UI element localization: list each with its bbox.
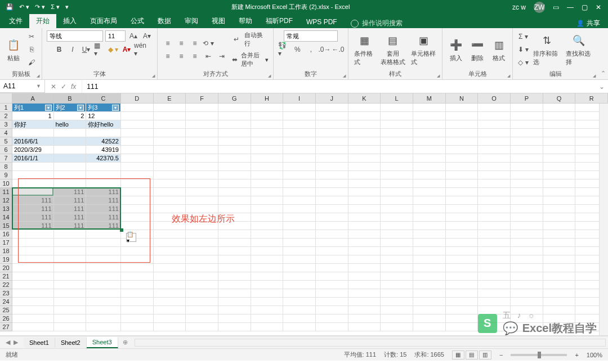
cell[interactable] [121, 314, 154, 323]
cell[interactable] [511, 171, 543, 179]
cell[interactable] [86, 171, 121, 179]
sheet-tab-1[interactable]: Sheet1 [24, 338, 55, 348]
cell[interactable] [218, 188, 251, 196]
cell[interactable] [154, 146, 186, 154]
cell[interactable] [446, 289, 479, 298]
cell[interactable] [54, 264, 87, 272]
cell[interactable] [381, 264, 413, 272]
cell[interactable] [54, 306, 87, 314]
cell[interactable] [446, 239, 479, 247]
font-name-select[interactable] [47, 30, 103, 42]
cell[interactable] [348, 289, 381, 298]
cell[interactable] [86, 298, 121, 306]
add-sheet-button[interactable]: ⊕ [118, 339, 132, 346]
format-painter-icon[interactable]: 🖌 [26, 57, 37, 68]
cell[interactable] [154, 196, 186, 205]
cell[interactable] [251, 179, 284, 188]
cell[interactable] [283, 146, 316, 154]
cell[interactable] [316, 281, 348, 289]
cell[interactable] [543, 323, 576, 331]
cell[interactable] [381, 205, 413, 213]
cell[interactable] [251, 222, 284, 230]
cell[interactable] [218, 281, 251, 289]
cell[interactable] [218, 230, 251, 239]
row-header[interactable]: 17 [0, 239, 12, 247]
cell[interactable] [154, 306, 186, 314]
cell[interactable] [316, 112, 348, 120]
cell[interactable] [543, 171, 576, 179]
cell[interactable] [218, 314, 251, 323]
cell[interactable] [446, 137, 479, 146]
cell[interactable] [186, 137, 218, 146]
minimize-icon[interactable]: — [567, 3, 574, 11]
user-name[interactable]: zc w [512, 3, 526, 11]
cell[interactable] [381, 323, 413, 331]
cell[interactable] [381, 239, 413, 247]
zoom-slider[interactable] [511, 354, 567, 356]
cell[interactable] [316, 239, 348, 247]
cell[interactable] [186, 120, 218, 129]
cell[interactable] [54, 129, 87, 137]
cell[interactable] [154, 179, 186, 188]
ribbon-display-icon[interactable]: ▭ [553, 3, 559, 11]
cell[interactable] [381, 272, 413, 281]
cell[interactable] [381, 129, 413, 137]
view-pagebreak-button[interactable]: ▥ [479, 350, 491, 359]
copy-icon[interactable]: ⎘ [26, 44, 37, 55]
cell[interactable]: 111 [54, 213, 87, 222]
undo-icon[interactable]: ↶ ▾ [19, 3, 29, 11]
vertical-scrollbar[interactable] [599, 104, 608, 335]
cell[interactable] [478, 188, 511, 196]
cell[interactable] [543, 264, 576, 272]
underline-button[interactable]: U ▾ [81, 44, 92, 55]
column-header[interactable]: E [154, 93, 186, 104]
cell[interactable] [251, 264, 284, 272]
cell[interactable] [381, 137, 413, 146]
cell[interactable] [54, 154, 87, 163]
cell[interactable] [54, 255, 87, 264]
cell[interactable]: 111 [86, 205, 121, 213]
cell[interactable] [511, 120, 543, 129]
cell[interactable] [121, 213, 154, 222]
cell[interactable] [543, 112, 576, 120]
row-header[interactable]: 7 [0, 154, 12, 163]
cell[interactable] [381, 163, 413, 171]
cell[interactable] [413, 171, 446, 179]
cell[interactable] [348, 163, 381, 171]
cell[interactable]: 你好hello [86, 120, 121, 129]
column-header[interactable]: R [575, 93, 608, 104]
cell[interactable] [121, 247, 154, 255]
cell[interactable] [478, 163, 511, 171]
row-header[interactable]: 27 [0, 323, 12, 331]
cell[interactable] [54, 298, 87, 306]
column-header[interactable]: H [251, 93, 284, 104]
cell[interactable] [186, 179, 218, 188]
cell[interactable] [218, 179, 251, 188]
cell[interactable] [154, 129, 186, 137]
fill-handle[interactable] [120, 228, 123, 232]
cell[interactable] [154, 171, 186, 179]
cell[interactable] [218, 163, 251, 171]
cell[interactable]: 111 [86, 196, 121, 205]
merge-center-button[interactable]: ⬌合并后居中 ▾ [231, 51, 269, 68]
cell[interactable] [446, 120, 479, 129]
cell[interactable] [121, 205, 154, 213]
cell[interactable] [413, 129, 446, 137]
cell[interactable] [348, 264, 381, 272]
worksheet-grid[interactable]: ABCDEFGHIJKLMNOPQR 123456789101112131415… [0, 93, 608, 336]
cell[interactable] [381, 298, 413, 306]
font-color-button[interactable]: A ▾ [121, 44, 132, 55]
row-header[interactable]: 23 [0, 289, 12, 298]
cell[interactable] [348, 213, 381, 222]
cell[interactable] [154, 255, 186, 264]
cell[interactable] [543, 255, 576, 264]
cell[interactable]: 111 [54, 205, 87, 213]
cell[interactable] [478, 306, 511, 314]
cell[interactable]: 111 [12, 196, 54, 205]
cell[interactable] [316, 230, 348, 239]
sheet-tab-2[interactable]: Sheet2 [55, 338, 87, 348]
tab-layout[interactable]: 页面布局 [83, 14, 124, 28]
cell[interactable] [413, 255, 446, 264]
cell[interactable] [154, 239, 186, 247]
cell[interactable] [121, 272, 154, 281]
